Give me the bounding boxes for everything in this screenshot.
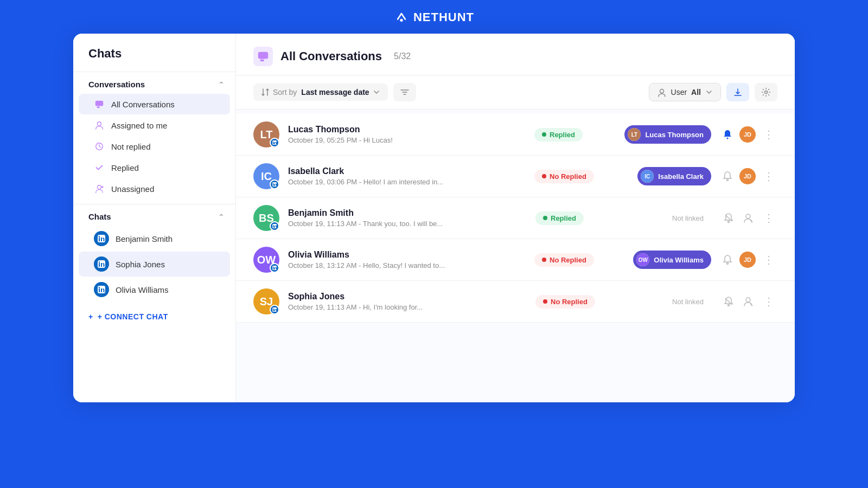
- sidebar-item-replied[interactable]: Replied: [79, 157, 230, 178]
- user-filter-button[interactable]: User All: [649, 83, 721, 101]
- toolbar-left: Sort by Last message date: [253, 83, 416, 101]
- svg-point-54: [728, 305, 730, 306]
- connect-chat-button[interactable]: + + CONNECT CHAT: [73, 305, 235, 329]
- unassigned-label: Unassigned: [111, 184, 154, 194]
- more-options-button-olivia[interactable]: ⋮: [760, 251, 777, 268]
- settings-button[interactable]: [755, 83, 777, 101]
- not-linked-sophia: Not linked: [663, 298, 712, 306]
- conversations-header-icon: [253, 47, 273, 66]
- sort-by-label: Sort by: [273, 88, 297, 97]
- svg-point-43: [746, 214, 750, 219]
- benjamin-smith-label: Benjamin Smith: [116, 234, 173, 243]
- notify-button-benjamin[interactable]: [721, 210, 736, 226]
- chevron-up-icon: ⌃: [218, 80, 225, 89]
- notify-button-olivia[interactable]: [720, 252, 735, 267]
- table-row[interactable]: IC Isabella Clark October 19, 03:06 PM -…: [236, 156, 795, 197]
- status-dot-lucas: [542, 132, 546, 137]
- svg-point-18: [99, 287, 100, 288]
- conversations-section-label: Conversations: [88, 80, 145, 89]
- user-value: All: [691, 88, 701, 97]
- notify-button-lucas[interactable]: [720, 127, 735, 142]
- conv-assign-lucas: LT Lucas Thompson: [603, 125, 711, 144]
- table-row[interactable]: OW Olivia Williams October 18, 13:12 AM …: [236, 239, 795, 281]
- assigned-to-me-label: Assigned to me: [111, 121, 167, 130]
- svg-rect-28: [273, 142, 274, 144]
- main-content: All Conversations 5/32 Sort by Last mess…: [236, 34, 795, 402]
- notify-button-isabella[interactable]: [720, 169, 735, 184]
- sidebar-item-sophia-jones[interactable]: Sophia Jones: [79, 252, 230, 277]
- svg-point-3: [97, 122, 101, 126]
- more-options-button-isabella[interactable]: ⋮: [760, 168, 777, 185]
- svg-rect-13: [99, 263, 100, 267]
- svg-rect-2: [97, 107, 100, 108]
- svg-rect-17: [99, 288, 100, 292]
- sidebar-item-not-replied[interactable]: Not replied: [79, 136, 230, 157]
- conv-preview-benjamin: October 19, 11:13 AM - Thank you, too. I…: [288, 220, 527, 228]
- svg-rect-1: [95, 101, 103, 106]
- download-button[interactable]: [726, 83, 749, 101]
- table-row[interactable]: SJ Sophia Jones October 19, 11:13 AM - H…: [236, 281, 795, 323]
- conv-info-olivia: Olivia Williams October 18, 13:12 AM - H…: [288, 250, 526, 269]
- svg-point-47: [273, 266, 274, 267]
- app-name: NETHUNT: [413, 10, 474, 24]
- chats-section-header[interactable]: Chats ⌃: [73, 207, 235, 226]
- connect-chat-label: + CONNECT CHAT: [98, 312, 168, 321]
- sidebar: Chats Conversations ⌃ All Conversations …: [73, 34, 236, 402]
- svg-rect-9: [99, 237, 100, 241]
- unassign-button-benjamin[interactable]: [741, 210, 756, 226]
- more-options-button-sophia[interactable]: ⋮: [760, 293, 777, 310]
- svg-rect-15: [101, 263, 102, 267]
- more-options-button-benjamin[interactable]: ⋮: [760, 209, 777, 227]
- chats-section-label: Chats: [88, 212, 111, 221]
- unassign-button-sophia[interactable]: [741, 294, 756, 309]
- svg-point-29: [273, 141, 274, 142]
- sidebar-item-benjamin-smith[interactable]: Benjamin Smith: [79, 226, 230, 251]
- download-icon: [733, 87, 743, 97]
- avatar-wrap-olivia: OW: [253, 247, 279, 273]
- svg-point-14: [99, 261, 100, 262]
- svg-rect-21: [260, 60, 264, 62]
- svg-rect-40: [275, 226, 276, 228]
- conv-name-sophia: Sophia Jones: [288, 292, 527, 301]
- more-options-button-lucas[interactable]: ⋮: [760, 126, 777, 143]
- filter-icon-button[interactable]: [393, 83, 416, 101]
- connect-chat-plus: +: [88, 312, 93, 321]
- assign-tag-avatar-olivia: OW: [636, 253, 649, 266]
- svg-rect-19: [101, 288, 102, 292]
- conv-assign-isabella: IC Isabella Clark: [603, 167, 711, 185]
- table-row[interactable]: LT Lucas Thompson October 19, 05:25 PM -…: [236, 114, 795, 156]
- svg-point-49: [727, 263, 729, 265]
- linkedin-badge-lucas: [270, 138, 279, 147]
- sort-button[interactable]: Sort by Last message date: [253, 84, 388, 101]
- linkedin-avatar-benjamin: [94, 231, 109, 246]
- svg-point-56: [746, 298, 750, 302]
- table-row[interactable]: BS Benjamin Smith October 19, 11:13 AM -…: [236, 197, 795, 239]
- status-badge-olivia: No Replied: [534, 253, 594, 267]
- notify-button-sophia[interactable]: [721, 294, 736, 309]
- svg-point-0: [400, 19, 403, 22]
- conv-status-benjamin: Replied: [535, 211, 595, 225]
- conv-status-isabella: No Replied: [534, 170, 594, 183]
- status-badge-sophia: No Replied: [535, 295, 595, 309]
- avatar-wrap-benjamin: BS: [253, 205, 279, 231]
- not-replied-label: Not replied: [111, 142, 151, 151]
- toolbar-right: User All: [649, 83, 777, 101]
- svg-point-5: [97, 185, 101, 189]
- conversations-section-header[interactable]: Conversations ⌃: [73, 74, 235, 93]
- assigned-user-avatar-lucas: JD: [739, 126, 756, 143]
- conv-info-benjamin: Benjamin Smith October 19, 11:13 AM - Th…: [288, 208, 527, 228]
- sidebar-item-all-conversations[interactable]: All Conversations: [79, 94, 230, 114]
- linkedin-avatar-sophia: [94, 256, 109, 272]
- svg-rect-11: [101, 237, 102, 241]
- assign-tag-olivia: OW Olivia Williams: [633, 251, 711, 269]
- sidebar-item-olivia-williams[interactable]: Olivia Williams: [79, 277, 230, 302]
- sidebar-item-unassigned[interactable]: Unassigned: [79, 178, 230, 199]
- svg-point-39: [273, 224, 274, 226]
- main-container: Chats Conversations ⌃ All Conversations …: [73, 34, 795, 402]
- conv-preview-isabella: October 19, 03:06 PM - Hello! I am inter…: [288, 178, 526, 186]
- sort-dropdown-icon: [373, 88, 380, 96]
- conv-name-olivia: Olivia Williams: [288, 250, 526, 260]
- sidebar-item-assigned-to-me[interactable]: Assigned to me: [79, 115, 230, 136]
- conv-actions-sophia: ⋮: [721, 293, 777, 310]
- olivia-williams-label: Olivia Williams: [116, 285, 169, 294]
